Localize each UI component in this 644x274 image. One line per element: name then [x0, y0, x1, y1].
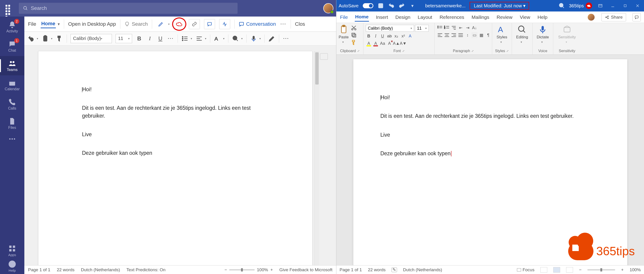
strikethrough-button[interactable]: ab	[386, 33, 392, 39]
search-icon[interactable]	[558, 2, 565, 9]
close-icon[interactable]	[634, 2, 642, 9]
grow-font-button[interactable]: A▲	[393, 40, 399, 46]
account-menu[interactable]: 365tips	[569, 2, 592, 9]
numbering-button[interactable]: 12	[444, 25, 450, 31]
catch-up-button[interactable]	[174, 19, 185, 29]
rail-more[interactable]	[0, 133, 24, 145]
underline-button[interactable]: U	[157, 35, 164, 42]
tell-me-search[interactable]: Search	[124, 21, 148, 27]
ribbon-display-icon[interactable]	[596, 2, 604, 9]
rail-files[interactable]: Files	[0, 114, 24, 133]
maximize-icon[interactable]	[621, 2, 629, 9]
close-button[interactable]: Clos	[295, 21, 305, 27]
multilevel-button[interactable]	[451, 25, 457, 31]
zoom-in-icon[interactable]: +	[270, 267, 273, 272]
align-center-button[interactable]	[444, 32, 450, 38]
tab-file[interactable]: File	[340, 13, 348, 21]
share-button[interactable]: Share	[602, 13, 626, 21]
chevron-down-icon[interactable]: ▾	[58, 22, 60, 27]
tab-references[interactable]: References	[439, 13, 464, 21]
font-size-combo[interactable]: 11▾	[415, 25, 429, 32]
dialog-launcher-icon[interactable]: ⤢	[472, 50, 474, 52]
tab-view[interactable]: View	[519, 13, 530, 21]
change-case-button[interactable]: Aa	[380, 40, 386, 46]
tab-review[interactable]: Review	[496, 13, 513, 21]
chevron-down-icon[interactable]: ▾	[37, 37, 38, 40]
rail-help[interactable]: Help	[0, 258, 24, 274]
status-predictions[interactable]: Text Predictions: On	[126, 267, 166, 272]
link-button[interactable]	[189, 19, 200, 29]
collaborator-avatar[interactable]	[587, 13, 595, 21]
chevron-down-icon[interactable]: ▾	[223, 37, 224, 40]
app-launcher-icon[interactable]	[3, 2, 15, 14]
zoom-in-icon[interactable]: +	[621, 267, 624, 272]
increase-indent-button[interactable]: ⇥	[464, 25, 470, 31]
teams-profile[interactable]	[323, 3, 333, 13]
chevron-down-icon[interactable]: ▾	[241, 37, 242, 40]
bold-button[interactable]: B	[136, 35, 143, 42]
borders-button[interactable]: ▦	[478, 32, 484, 38]
chevron-down-icon[interactable]: ▾	[168, 22, 170, 26]
document-page[interactable]: Hoi! Dit is een test. Aan de rechterkant…	[38, 51, 312, 265]
activity-button[interactable]	[219, 19, 230, 29]
status-page[interactable]: Page 1 of 1	[340, 267, 362, 272]
cut-icon[interactable]	[351, 25, 357, 31]
copy-icon[interactable]	[351, 32, 357, 38]
rail-calendar[interactable]: Calendar	[0, 75, 24, 95]
chevron-down-icon[interactable]: ▾	[205, 37, 206, 40]
zoom-control[interactable]: − 100% +	[224, 267, 273, 272]
paste-button[interactable]: Paste ▾	[339, 25, 348, 44]
align-left-button[interactable]	[437, 32, 443, 38]
more-font-button[interactable]: ⋯	[168, 35, 174, 42]
rail-activity[interactable]: 2 Activity	[0, 18, 24, 37]
shading-button[interactable]: ▭	[472, 32, 478, 38]
minimize-icon[interactable]	[608, 2, 617, 9]
chevron-down-icon[interactable]: ▾	[191, 37, 192, 40]
qat-customize-icon[interactable]: ▾	[409, 2, 416, 9]
status-language[interactable]: Dutch (Netherlands)	[403, 267, 442, 272]
dialog-launcher-icon[interactable]: ⤢	[506, 50, 509, 52]
tab-design[interactable]: Design	[395, 13, 411, 21]
autosave-toggle[interactable]	[363, 3, 373, 8]
read-mode-icon[interactable]	[540, 267, 547, 272]
zoom-out-icon[interactable]: −	[579, 267, 582, 272]
text-effects-button[interactable]: A	[407, 33, 413, 39]
dictate-button[interactable]: Dictate▾	[537, 25, 549, 44]
font-name-combo[interactable]: Calibri (Body)▾	[70, 34, 112, 43]
format-painter-icon[interactable]	[56, 35, 63, 42]
conversation-button[interactable]: Conversation	[239, 21, 276, 27]
comments-button[interactable]	[632, 13, 641, 21]
undo-icon[interactable]	[28, 35, 34, 42]
zoom-out-icon[interactable]: −	[224, 267, 227, 272]
redo-icon[interactable]	[398, 2, 405, 9]
bold-button[interactable]: B	[366, 33, 372, 39]
print-layout-icon[interactable]	[553, 267, 560, 272]
rail-teams[interactable]: Teams	[0, 56, 24, 75]
line-spacing-button[interactable]: ↕	[464, 32, 470, 38]
tab-insert[interactable]: Insert	[376, 13, 388, 21]
paste-icon[interactable]	[42, 35, 49, 42]
dialog-launcher-icon[interactable]: ⤢	[402, 50, 404, 52]
underline-button[interactable]: U	[380, 33, 386, 39]
status-language[interactable]: Dutch (Netherlands)	[81, 267, 120, 272]
styles-icon[interactable]: A	[214, 35, 221, 42]
feedback-link[interactable]: Give Feedback to Microsoft	[280, 267, 332, 272]
bullets-button[interactable]	[437, 25, 443, 31]
status-words[interactable]: 22 words	[57, 267, 74, 272]
spellcheck-icon[interactable]: ✎	[392, 268, 397, 272]
styles-button[interactable]: A Styles▾	[496, 25, 507, 44]
subscript-button[interactable]: x₂	[393, 33, 399, 39]
collaborator-marker[interactable]	[320, 53, 328, 60]
bullets-icon[interactable]	[182, 35, 188, 42]
find-icon[interactable]	[232, 35, 239, 42]
align-icon[interactable]	[196, 35, 203, 42]
dialog-launcher-icon[interactable]: ⤢	[357, 50, 360, 52]
font-size-combo[interactable]: 11▾	[116, 34, 132, 43]
comment-button[interactable]	[204, 19, 215, 29]
status-words[interactable]: 22 words	[368, 267, 386, 272]
more-button[interactable]: ⋯	[280, 20, 286, 28]
rail-apps[interactable]: Apps	[0, 243, 24, 258]
tab-layout[interactable]: Layout	[417, 13, 433, 21]
pen-color-button[interactable]	[156, 19, 166, 29]
tab-home[interactable]: Home	[355, 13, 369, 22]
